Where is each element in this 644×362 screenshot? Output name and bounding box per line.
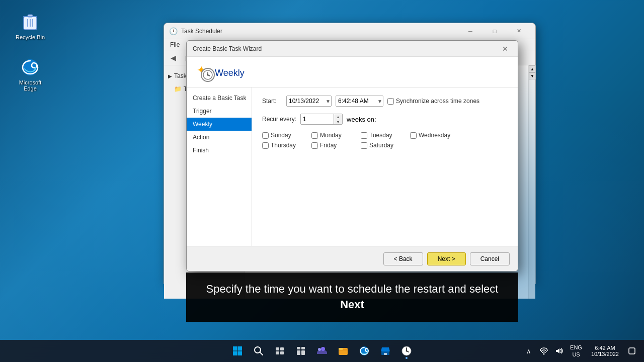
dialog-close-button[interactable]: ✕ — [499, 42, 512, 55]
saturday-label: Saturday — [369, 142, 393, 149]
taskbar-start-button[interactable] — [228, 342, 247, 360]
ts-scrollbar[interactable]: ▲ ▼ — [528, 65, 535, 299]
taskbar-teams-button[interactable] — [313, 342, 331, 360]
friday-label: Friday — [320, 142, 337, 149]
task-scheduler-titlebar: 🕐 Task Scheduler ─ □ ✕ — [164, 23, 535, 39]
dialog-body: Create a Basic Task Trigger Weekly Actio… — [187, 87, 518, 262]
taskbar-store-button[interactable] — [376, 342, 394, 360]
days-row-1: Sunday Monday Tuesday Wednesday — [262, 132, 508, 139]
thursday-checkbox[interactable] — [262, 142, 269, 149]
svg-rect-13 — [233, 351, 237, 356]
svg-rect-19 — [276, 351, 279, 354]
recur-input[interactable] — [301, 114, 334, 124]
restore-button[interactable]: □ — [483, 24, 506, 39]
sidebar-create-basic-task[interactable]: Create a Basic Task — [187, 92, 252, 105]
dialog-titlebar: Create Basic Task Wizard ✕ — [187, 41, 518, 57]
svg-rect-28 — [339, 348, 343, 350]
scroll-down-button[interactable]: ▼ — [529, 72, 536, 79]
teams-icon — [316, 345, 328, 356]
toolbar-back[interactable]: ◀ — [166, 51, 180, 64]
subtitle-bold-text: Next — [340, 298, 364, 311]
minimize-button[interactable]: ─ — [459, 24, 482, 39]
subtitle-text: Specify the time you want to schedule th… — [198, 282, 506, 313]
checkbox-group-2: Thursday Friday Saturday — [262, 142, 508, 149]
taskbar-widgets-button[interactable] — [292, 342, 310, 360]
spinner-up[interactable]: ▲ — [334, 114, 342, 119]
wizard-icon: ✦ — [197, 64, 215, 82]
file-explorer-icon — [338, 345, 349, 356]
sidebar-weekly[interactable]: Weekly — [187, 118, 252, 131]
tray-chevron[interactable]: ∧ — [522, 344, 536, 358]
saturday-checkbox[interactable] — [361, 142, 367, 149]
thursday-checkbox-item: Thursday — [262, 142, 307, 149]
wednesday-checkbox[interactable] — [410, 132, 417, 139]
weeks-on-label: weeks on: — [347, 116, 376, 123]
desktop: Recycle Bin Microsoft Edge 🕐 Task Schedu… — [0, 0, 644, 362]
notification-tray-icon[interactable] — [625, 344, 639, 358]
back-button[interactable]: < Back — [383, 252, 423, 265]
lang-region: US — [572, 351, 580, 358]
recur-spinner: ▲ ▼ — [300, 114, 343, 125]
volume-tray-icon[interactable] — [552, 344, 566, 358]
recur-form-row: Recur every: ▲ ▼ weeks on: — [262, 114, 508, 125]
recur-label: Recur every: — [262, 116, 296, 123]
ts-close-button[interactable]: ✕ — [507, 24, 530, 39]
time-input[interactable] — [336, 96, 383, 107]
svg-rect-24 — [301, 350, 305, 355]
svg-rect-17 — [276, 347, 279, 350]
date-select-wrapper: ▼ — [286, 96, 332, 107]
cancel-button[interactable]: Cancel — [470, 252, 510, 265]
search-icon — [254, 346, 264, 356]
sync-label: Synchronize across time zones — [396, 98, 479, 105]
taskbar-clock-app-button[interactable] — [397, 342, 416, 360]
sunday-label: Sunday — [271, 132, 291, 139]
edge-icon — [20, 57, 40, 77]
lang-text: ENG — [570, 344, 582, 351]
dialog-header-title: Weekly — [215, 68, 245, 78]
taskbar-explorer-button[interactable] — [334, 342, 352, 360]
start-label: Start: — [262, 98, 282, 105]
dialog-footer: < Back Next > Cancel — [187, 246, 518, 271]
svg-rect-23 — [297, 350, 300, 355]
spinner-down[interactable]: ▼ — [334, 119, 342, 124]
scroll-up-button[interactable]: ▲ — [529, 65, 536, 72]
language-tray[interactable]: ENG US — [567, 343, 585, 359]
taskbar-taskview-button[interactable] — [271, 342, 289, 360]
sync-checkbox[interactable] — [387, 98, 394, 105]
next-button[interactable]: Next > — [427, 252, 466, 265]
system-clock[interactable]: 6:42 AM 10/13/2022 — [586, 343, 624, 359]
clock-icon — [201, 68, 215, 82]
svg-rect-22 — [301, 347, 305, 349]
recycle-bin-label: Recycle Bin — [16, 34, 45, 40]
date-input[interactable] — [286, 96, 332, 107]
subtitle-normal-text: Specify the time you want to schedule th… — [206, 283, 499, 295]
menu-file[interactable]: File — [166, 40, 184, 49]
thursday-label: Thursday — [271, 142, 296, 149]
svg-point-25 — [321, 347, 325, 351]
dialog-title: Create Basic Task Wizard — [193, 45, 499, 52]
clock-time: 6:42 AM — [595, 345, 615, 351]
start-form-row: Start: ▼ ▼ Synchronize across time zones — [262, 96, 508, 107]
folder-icon: 📁 — [174, 85, 182, 93]
network-tray-icon[interactable] — [537, 344, 551, 358]
desktop-icon-recycle-bin[interactable]: Recycle Bin — [10, 10, 50, 42]
monday-checkbox[interactable] — [311, 132, 318, 139]
svg-point-15 — [255, 347, 261, 353]
clock-taskbar-icon — [401, 345, 412, 356]
tuesday-checkbox[interactable] — [361, 132, 367, 139]
sunday-checkbox-item: Sunday — [262, 132, 307, 139]
sunday-checkbox[interactable] — [262, 132, 269, 139]
sidebar-finish[interactable]: Finish — [187, 144, 252, 157]
desktop-icon-edge[interactable]: Microsoft Edge — [10, 55, 50, 94]
days-row-2: Thursday Friday Saturday — [262, 142, 508, 149]
friday-checkbox[interactable] — [311, 142, 318, 149]
sidebar-action[interactable]: Action — [187, 131, 252, 144]
wednesday-checkbox-item: Wednesday — [410, 132, 455, 139]
subtitle-banner: Specify the time you want to schedule th… — [186, 273, 518, 322]
spinner-buttons: ▲ ▼ — [334, 114, 342, 124]
taskbar-edge-button[interactable] — [355, 342, 373, 360]
taskbar-search-button[interactable] — [250, 342, 268, 360]
dialog-content: Start: ▼ ▼ Synchronize across time zones — [252, 87, 518, 262]
sidebar-trigger[interactable]: Trigger — [187, 105, 252, 118]
svg-point-26 — [318, 348, 321, 351]
